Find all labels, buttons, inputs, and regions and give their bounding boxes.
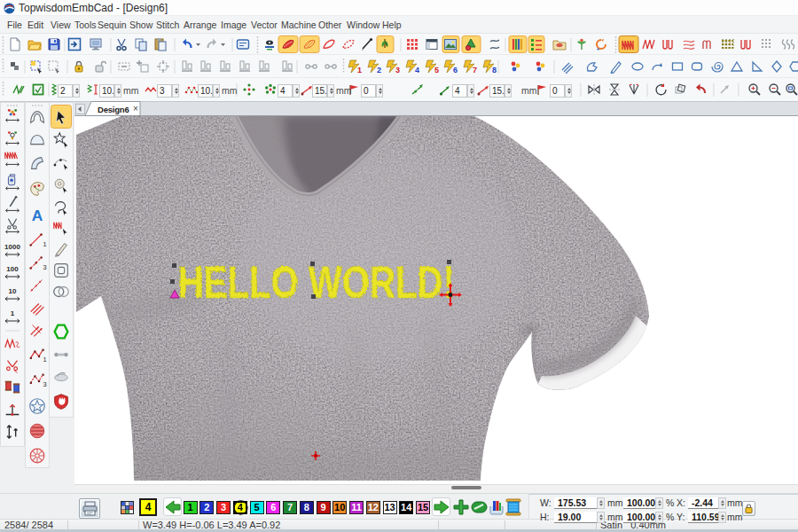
svg-text:10: 10 bbox=[9, 287, 17, 295]
svg-text:1: 1 bbox=[11, 309, 15, 317]
svg-text:HELLO WORLD!: HELLO WORLD! bbox=[177, 257, 454, 307]
svg-text:100: 100 bbox=[6, 265, 19, 273]
svg-text:1000: 1000 bbox=[4, 243, 20, 251]
